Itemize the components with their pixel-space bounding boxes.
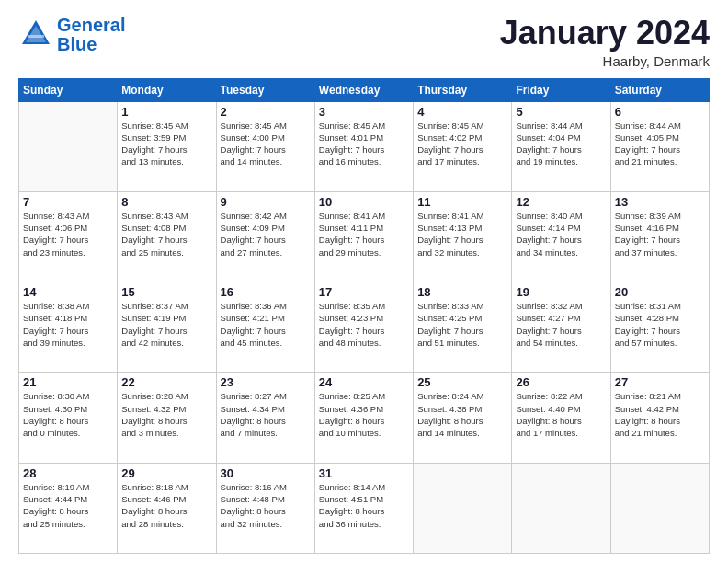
day-info: Sunrise: 8:25 AM Sunset: 4:36 PM Dayligh…: [319, 390, 409, 439]
day-info: Sunrise: 8:40 AM Sunset: 4:14 PM Dayligh…: [516, 210, 606, 259]
day-number: 10: [319, 195, 409, 209]
header-thursday: Thursday: [414, 78, 512, 101]
calendar-cell: [414, 463, 512, 553]
day-number: 30: [221, 466, 311, 480]
calendar-header-row: SundayMondayTuesdayWednesdayThursdayFrid…: [19, 78, 710, 101]
calendar-cell: 23Sunrise: 8:27 AM Sunset: 4:34 PM Dayli…: [216, 373, 314, 463]
calendar-cell: 13Sunrise: 8:39 AM Sunset: 4:16 PM Dayli…: [610, 191, 709, 282]
calendar-cell: 18Sunrise: 8:33 AM Sunset: 4:25 PM Dayli…: [414, 282, 512, 373]
header-saturday: Saturday: [610, 78, 709, 101]
day-number: 9: [221, 195, 311, 209]
day-number: 22: [121, 375, 211, 389]
day-number: 12: [516, 195, 606, 209]
day-info: Sunrise: 8:21 AM Sunset: 4:42 PM Dayligh…: [615, 390, 705, 439]
calendar-cell: 26Sunrise: 8:22 AM Sunset: 4:40 PM Dayli…: [512, 373, 610, 463]
day-info: Sunrise: 8:43 AM Sunset: 4:06 PM Dayligh…: [23, 210, 113, 259]
calendar-week-5: 28Sunrise: 8:19 AM Sunset: 4:44 PM Dayli…: [19, 463, 710, 553]
day-number: 2: [221, 105, 311, 119]
day-info: Sunrise: 8:39 AM Sunset: 4:16 PM Dayligh…: [615, 210, 705, 259]
calendar-cell: 22Sunrise: 8:28 AM Sunset: 4:32 PM Dayli…: [118, 373, 216, 463]
calendar-cell: 10Sunrise: 8:41 AM Sunset: 4:11 PM Dayli…: [314, 191, 413, 282]
calendar-cell: 1Sunrise: 8:45 AM Sunset: 3:59 PM Daylig…: [118, 101, 216, 191]
logo: GeneralBlue: [18, 15, 125, 53]
day-info: Sunrise: 8:45 AM Sunset: 4:00 PM Dayligh…: [221, 120, 311, 168]
calendar-cell: 29Sunrise: 8:18 AM Sunset: 4:46 PM Dayli…: [118, 463, 216, 553]
day-number: 4: [417, 105, 507, 119]
day-number: 6: [615, 105, 705, 119]
day-info: Sunrise: 8:31 AM Sunset: 4:28 PM Dayligh…: [615, 300, 705, 349]
calendar-week-1: 1Sunrise: 8:45 AM Sunset: 3:59 PM Daylig…: [19, 101, 710, 191]
calendar-cell: 2Sunrise: 8:45 AM Sunset: 4:00 PM Daylig…: [216, 101, 314, 191]
day-number: 23: [221, 375, 311, 389]
header-tuesday: Tuesday: [216, 78, 314, 101]
day-info: Sunrise: 8:24 AM Sunset: 4:38 PM Dayligh…: [417, 390, 507, 439]
day-number: 24: [319, 375, 409, 389]
day-info: Sunrise: 8:28 AM Sunset: 4:32 PM Dayligh…: [121, 390, 211, 439]
calendar-cell: [512, 463, 610, 553]
day-number: 17: [319, 285, 409, 299]
day-info: Sunrise: 8:45 AM Sunset: 4:02 PM Dayligh…: [417, 120, 507, 168]
day-number: 19: [516, 285, 606, 299]
day-info: Sunrise: 8:44 AM Sunset: 4:04 PM Dayligh…: [516, 120, 606, 168]
day-info: Sunrise: 8:38 AM Sunset: 4:18 PM Dayligh…: [23, 300, 113, 349]
header-friday: Friday: [512, 78, 610, 101]
calendar-cell: 27Sunrise: 8:21 AM Sunset: 4:42 PM Dayli…: [610, 373, 709, 463]
month-title: January 2024: [500, 15, 710, 52]
header-monday: Monday: [118, 78, 216, 101]
day-number: 18: [417, 285, 507, 299]
day-info: Sunrise: 8:35 AM Sunset: 4:23 PM Dayligh…: [319, 300, 409, 349]
day-info: Sunrise: 8:37 AM Sunset: 4:19 PM Dayligh…: [121, 300, 211, 349]
title-block: January 2024 Haarby, Denmark: [500, 15, 710, 69]
svg-rect-2: [28, 35, 44, 38]
calendar-cell: 17Sunrise: 8:35 AM Sunset: 4:23 PM Dayli…: [314, 282, 413, 373]
day-number: 14: [23, 285, 113, 299]
day-info: Sunrise: 8:18 AM Sunset: 4:46 PM Dayligh…: [121, 481, 211, 530]
day-number: 27: [615, 375, 705, 389]
calendar-cell: 25Sunrise: 8:24 AM Sunset: 4:38 PM Dayli…: [414, 373, 512, 463]
calendar-cell: 9Sunrise: 8:42 AM Sunset: 4:09 PM Daylig…: [216, 191, 314, 282]
day-number: 8: [121, 195, 211, 209]
calendar-page: GeneralBlue January 2024 Haarby, Denmark…: [0, 0, 728, 563]
calendar-cell: 31Sunrise: 8:14 AM Sunset: 4:51 PM Dayli…: [314, 463, 413, 553]
day-info: Sunrise: 8:30 AM Sunset: 4:30 PM Dayligh…: [23, 390, 113, 439]
day-number: 29: [121, 466, 211, 480]
calendar-cell: 19Sunrise: 8:32 AM Sunset: 4:27 PM Dayli…: [512, 282, 610, 373]
calendar-cell: 16Sunrise: 8:36 AM Sunset: 4:21 PM Dayli…: [216, 282, 314, 373]
day-number: 13: [615, 195, 705, 209]
calendar-cell: 14Sunrise: 8:38 AM Sunset: 4:18 PM Dayli…: [19, 282, 118, 373]
day-number: 15: [121, 285, 211, 299]
day-info: Sunrise: 8:14 AM Sunset: 4:51 PM Dayligh…: [319, 481, 409, 530]
day-number: 3: [319, 105, 409, 119]
calendar-cell: 6Sunrise: 8:44 AM Sunset: 4:05 PM Daylig…: [610, 101, 709, 191]
calendar-week-2: 7Sunrise: 8:43 AM Sunset: 4:06 PM Daylig…: [19, 191, 710, 282]
day-info: Sunrise: 8:43 AM Sunset: 4:08 PM Dayligh…: [121, 210, 211, 259]
day-info: Sunrise: 8:19 AM Sunset: 4:44 PM Dayligh…: [23, 481, 113, 530]
day-number: 25: [417, 375, 507, 389]
day-number: 28: [23, 466, 113, 480]
day-info: Sunrise: 8:41 AM Sunset: 4:13 PM Dayligh…: [417, 210, 507, 259]
calendar-week-3: 14Sunrise: 8:38 AM Sunset: 4:18 PM Dayli…: [19, 282, 710, 373]
calendar-cell: 3Sunrise: 8:45 AM Sunset: 4:01 PM Daylig…: [314, 101, 413, 191]
calendar-cell: 20Sunrise: 8:31 AM Sunset: 4:28 PM Dayli…: [610, 282, 709, 373]
day-info: Sunrise: 8:36 AM Sunset: 4:21 PM Dayligh…: [221, 300, 311, 349]
calendar-cell: 12Sunrise: 8:40 AM Sunset: 4:14 PM Dayli…: [512, 191, 610, 282]
day-info: Sunrise: 8:44 AM Sunset: 4:05 PM Dayligh…: [615, 120, 705, 168]
calendar-week-4: 21Sunrise: 8:30 AM Sunset: 4:30 PM Dayli…: [19, 373, 710, 463]
calendar-cell: 28Sunrise: 8:19 AM Sunset: 4:44 PM Dayli…: [19, 463, 118, 553]
header-wednesday: Wednesday: [314, 78, 413, 101]
calendar-cell: 24Sunrise: 8:25 AM Sunset: 4:36 PM Dayli…: [314, 373, 413, 463]
day-info: Sunrise: 8:27 AM Sunset: 4:34 PM Dayligh…: [221, 390, 311, 439]
day-info: Sunrise: 8:42 AM Sunset: 4:09 PM Dayligh…: [221, 210, 311, 259]
day-info: Sunrise: 8:22 AM Sunset: 4:40 PM Dayligh…: [516, 390, 606, 439]
day-number: 26: [516, 375, 606, 389]
calendar-cell: 7Sunrise: 8:43 AM Sunset: 4:06 PM Daylig…: [19, 191, 118, 282]
day-info: Sunrise: 8:32 AM Sunset: 4:27 PM Dayligh…: [516, 300, 606, 349]
day-number: 31: [319, 466, 409, 480]
calendar-cell: 8Sunrise: 8:43 AM Sunset: 4:08 PM Daylig…: [118, 191, 216, 282]
calendar-cell: 21Sunrise: 8:30 AM Sunset: 4:30 PM Dayli…: [19, 373, 118, 463]
page-header: GeneralBlue January 2024 Haarby, Denmark: [18, 15, 710, 69]
day-info: Sunrise: 8:16 AM Sunset: 4:48 PM Dayligh…: [221, 481, 311, 530]
day-info: Sunrise: 8:41 AM Sunset: 4:11 PM Dayligh…: [319, 210, 409, 259]
day-info: Sunrise: 8:45 AM Sunset: 4:01 PM Dayligh…: [319, 120, 409, 168]
day-number: 7: [23, 195, 113, 209]
